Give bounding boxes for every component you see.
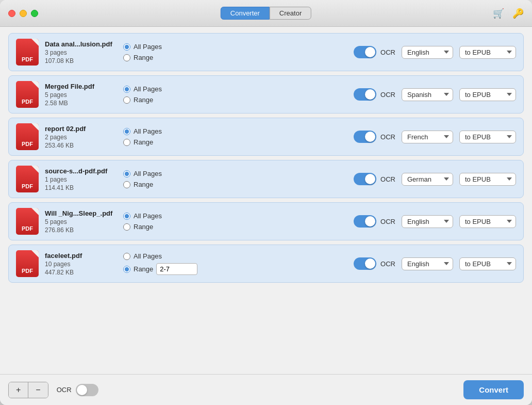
minimize-button[interactable] — [20, 10, 27, 17]
format-select[interactable]: to EPUBto DOCXto PDFto TXTto HTML — [459, 131, 516, 143]
format-select[interactable]: to EPUBto DOCXto PDFto TXTto HTML — [459, 215, 516, 228]
language-select[interactable]: EnglishSpanishFrenchGermanItalianPortugu… — [402, 257, 453, 270]
ocr-thumb — [365, 132, 375, 142]
close-button[interactable] — [8, 10, 15, 17]
file-pages: 10 pages — [45, 261, 117, 268]
pdf-icon — [16, 123, 39, 150]
range-area: Range — [123, 181, 180, 188]
bottom-ocr-toggle[interactable] — [76, 384, 98, 396]
format-select[interactable]: to EPUBto DOCXto PDFto TXTto HTML — [459, 173, 516, 186]
ocr-label: OCR — [380, 91, 395, 99]
ocr-toggle[interactable] — [354, 215, 376, 228]
tab-converter[interactable]: Converter — [221, 7, 270, 20]
ocr-toggle[interactable] — [354, 131, 376, 143]
range-radio[interactable] — [123, 266, 130, 273]
range-label[interactable]: Range — [123, 181, 153, 188]
ocr-toggle[interactable] — [354, 88, 376, 101]
ocr-label: OCR — [380, 260, 395, 268]
file-info: Will _Nig...Sleep_.pdf 5 pages 276.86 KB — [45, 209, 117, 234]
all-pages-text: All Pages — [134, 212, 162, 220]
language-select[interactable]: EnglishSpanishFrenchGermanItalianPortugu… — [402, 46, 453, 59]
range-label[interactable]: Range — [123, 54, 153, 61]
all-pages-label[interactable]: All Pages — [123, 127, 180, 135]
ocr-toggle[interactable] — [354, 46, 376, 58]
cart-icon[interactable]: 🛒 — [493, 8, 504, 19]
all-pages-text: All Pages — [134, 43, 162, 51]
format-select[interactable]: to EPUBto DOCXto PDFto TXTto HTML — [459, 257, 516, 270]
remove-file-button[interactable]: − — [28, 382, 47, 398]
range-label[interactable]: Range — [123, 223, 153, 231]
key-icon[interactable]: 🔑 — [512, 8, 524, 19]
maximize-button[interactable] — [31, 10, 38, 17]
file-pages: 3 pages — [45, 49, 117, 56]
tab-group: Converter Creator — [221, 7, 311, 20]
language-select[interactable]: EnglishSpanishFrenchGermanItalianPortugu… — [402, 215, 453, 228]
ocr-toggle[interactable] — [354, 257, 376, 270]
file-info: report 02.pdf 2 pages 253.46 KB — [45, 125, 117, 149]
range-radio[interactable] — [123, 96, 130, 104]
pdf-icon-body — [16, 208, 39, 235]
format-select[interactable]: to EPUBto DOCXto PDFto TXTto HTML — [459, 88, 516, 101]
range-label[interactable]: Range — [123, 96, 153, 104]
file-row: report 02.pdf 2 pages 253.46 KB All Page… — [8, 118, 524, 156]
all-pages-label[interactable]: All Pages — [123, 252, 180, 260]
file-info: source-s...d-pdf.pdf 1 pages 114.41 KB — [45, 167, 117, 191]
range-radio[interactable] — [123, 223, 130, 231]
file-size: 447.82 KB — [45, 269, 117, 276]
file-info: faceleet.pdf 10 pages 447.82 KB — [45, 252, 117, 276]
pdf-icon — [16, 250, 39, 277]
ocr-thumb — [365, 89, 375, 100]
page-mode-group: All Pages Range — [123, 127, 180, 146]
file-row: Will _Nig...Sleep_.pdf 5 pages 276.86 KB… — [8, 202, 524, 240]
all-pages-radio[interactable] — [123, 213, 130, 220]
file-pages: 2 pages — [45, 134, 117, 141]
file-info: Merged File.pdf 5 pages 2.58 MB — [45, 83, 117, 107]
all-pages-text: All Pages — [134, 170, 162, 177]
range-text: Range — [134, 265, 153, 273]
all-pages-radio[interactable] — [123, 43, 130, 51]
file-size: 107.08 KB — [45, 57, 117, 64]
range-radio[interactable] — [123, 139, 130, 146]
all-pages-radio[interactable] — [123, 128, 130, 135]
range-label[interactable]: Range — [123, 138, 153, 146]
all-pages-radio[interactable] — [123, 253, 130, 260]
all-pages-label[interactable]: All Pages — [123, 43, 180, 51]
ocr-thumb — [365, 216, 375, 226]
file-pages: 1 pages — [45, 176, 117, 183]
convert-button[interactable]: Convert — [463, 380, 524, 399]
pdf-icon-body — [16, 81, 39, 108]
file-size: 2.58 MB — [45, 100, 117, 107]
ocr-thumb — [365, 47, 375, 57]
range-label[interactable]: Range — [123, 265, 153, 273]
ocr-toggle[interactable] — [354, 173, 376, 185]
ocr-label: OCR — [380, 218, 395, 225]
all-pages-radio[interactable] — [123, 170, 130, 177]
ocr-thumb — [365, 258, 375, 269]
range-radio[interactable] — [123, 181, 130, 188]
pdf-icon-body — [16, 39, 39, 66]
file-info: Data anal...lusion.pdf 3 pages 107.08 KB — [45, 40, 117, 64]
language-select[interactable]: EnglishSpanishFrenchGermanItalianPortugu… — [402, 131, 453, 143]
range-text: Range — [134, 181, 153, 188]
add-file-button[interactable]: + — [9, 382, 28, 398]
pdf-icon — [16, 39, 39, 66]
tab-creator[interactable]: Creator — [270, 7, 311, 20]
all-pages-label[interactable]: All Pages — [123, 170, 180, 177]
pdf-icon-body — [16, 123, 39, 150]
pdf-icon-body — [16, 166, 39, 192]
ocr-area: OCR — [354, 131, 395, 143]
file-row: source-s...d-pdf.pdf 1 pages 114.41 KB A… — [8, 160, 524, 198]
language-select[interactable]: EnglishSpanishFrenchGermanItalianPortugu… — [402, 173, 453, 186]
format-select[interactable]: to EPUBto DOCXto PDFto TXTto HTML — [459, 46, 516, 59]
all-pages-label[interactable]: All Pages — [123, 212, 180, 220]
page-mode-group: All Pages Range — [123, 43, 180, 61]
range-radio[interactable] — [123, 54, 130, 61]
all-pages-label[interactable]: All Pages — [123, 85, 180, 93]
bottom-ocr-thumb — [77, 385, 87, 395]
ocr-label: OCR — [380, 133, 395, 141]
file-name: report 02.pdf — [45, 125, 117, 133]
ocr-thumb — [365, 174, 375, 184]
range-input[interactable] — [156, 263, 197, 275]
all-pages-radio[interactable] — [123, 86, 130, 93]
language-select[interactable]: EnglishSpanishFrenchGermanItalianPortugu… — [402, 88, 453, 101]
